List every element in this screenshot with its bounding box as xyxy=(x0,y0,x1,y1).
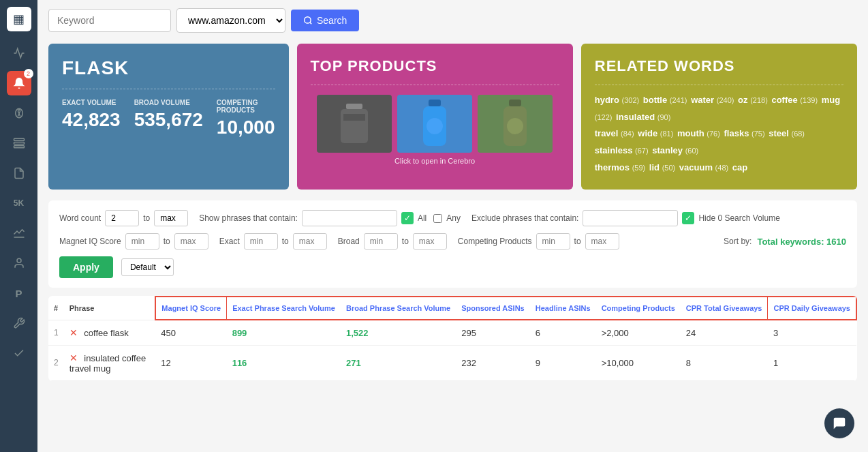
row1-exact: 899 xyxy=(227,320,341,345)
magnet-label: Magnet IQ Score xyxy=(59,237,121,246)
sidebar-item-p[interactable]: P xyxy=(7,281,31,305)
competing-stat: COMPETING PRODUCTS 10,000 xyxy=(217,99,275,138)
broad-min-input[interactable] xyxy=(364,233,398,250)
to-label-3: to xyxy=(282,237,289,246)
hide-zero-checkbox[interactable]: ✓ xyxy=(682,212,694,224)
table-row: 2 ✕ insulated coffee travel mug 12 116 2… xyxy=(48,345,856,380)
word-count-min-input[interactable] xyxy=(105,210,139,226)
products-card[interactable]: TOP PRODUCTS xyxy=(297,44,573,190)
sidebar-item-person[interactable] xyxy=(7,251,31,275)
row1-cpr-total: 24 xyxy=(681,320,768,345)
main-content: www.amazon.com Search FLASK EXACT VOLUME… xyxy=(37,0,868,452)
exclude-input[interactable] xyxy=(583,210,678,226)
related-word-water[interactable]: water (240) xyxy=(691,95,737,105)
sidebar-item-area-chart[interactable] xyxy=(7,221,31,245)
exclude-group: Exclude phrases that contain: ✓ Hide 0 S… xyxy=(471,210,780,226)
exact-range-group: Exact to xyxy=(219,233,327,250)
show-phrases-input[interactable] xyxy=(302,210,397,226)
magnet-min-input[interactable] xyxy=(125,233,159,250)
sidebar-logo[interactable]: ▦ xyxy=(7,7,31,31)
row2-cpr-total: 8 xyxy=(681,345,768,380)
related-word-thermos[interactable]: thermos (59) xyxy=(595,162,648,172)
to-label-1: to xyxy=(143,213,150,223)
competing-range-group: Competing Products to xyxy=(458,233,619,250)
sidebar-item-tool[interactable] xyxy=(7,311,31,335)
related-word-stanley[interactable]: stanley (60) xyxy=(652,145,698,155)
domain-select[interactable]: www.amazon.com xyxy=(176,8,285,33)
sidebar-item-doc[interactable] xyxy=(7,161,31,185)
sidebar-item-brain[interactable] xyxy=(7,101,31,125)
svg-rect-9 xyxy=(343,114,365,121)
show-phrases-label: Show phrases that contain: xyxy=(199,213,298,223)
row1-remove[interactable]: ✕ xyxy=(69,327,78,338)
related-word-lid[interactable]: lid (50) xyxy=(649,162,678,172)
table-container: # Phrase Magnet IQ Score Exact Phrase Se… xyxy=(48,296,857,381)
related-word-vacuum[interactable]: vacuum (48) xyxy=(679,162,731,172)
related-word-insulated[interactable]: insulated (90) xyxy=(616,112,670,122)
related-word-hydro[interactable]: hydro (302) xyxy=(595,95,642,105)
sidebar-item-5k[interactable]: 5K xyxy=(7,191,31,215)
related-word-travel[interactable]: travel (84) xyxy=(595,128,637,138)
related-word-steel[interactable]: steel (68) xyxy=(769,128,805,138)
row1-cpr-daily: 3 xyxy=(768,320,856,345)
related-word-wide[interactable]: wide (81) xyxy=(638,128,676,138)
related-word-coffee[interactable]: coffee (139) xyxy=(771,95,820,105)
related-word-stainless[interactable]: stainless (67) xyxy=(595,145,651,155)
related-word-bottle[interactable]: bottle (241) xyxy=(643,95,689,105)
magnet-max-input[interactable] xyxy=(174,233,208,250)
related-word-cap[interactable]: cap xyxy=(732,162,747,172)
exact-stat: EXACT VOLUME 42,823 xyxy=(62,99,121,138)
word-count-max-input[interactable] xyxy=(154,210,188,226)
col-headline: Headline ASINs xyxy=(530,297,596,320)
row1-headline: 6 xyxy=(530,320,596,345)
col-broad: Broad Phrase Search Volume xyxy=(341,297,456,320)
row1-broad: 1,522 xyxy=(341,320,456,345)
any-label: Any xyxy=(446,213,461,223)
any-checkbox[interactable] xyxy=(433,214,442,223)
svg-point-4 xyxy=(17,258,21,262)
product-image-2[interactable] xyxy=(397,95,472,153)
sidebar-item-check[interactable] xyxy=(7,341,31,365)
svg-rect-7 xyxy=(346,104,362,109)
competing-max-input[interactable] xyxy=(585,233,619,250)
related-words-list: hydro (302) bottle (241) water (240) oz … xyxy=(595,92,843,176)
svg-point-12 xyxy=(427,118,443,134)
related-word-mouth[interactable]: mouth (76) xyxy=(677,128,723,138)
col-cpr-total: CPR Total Giveaways xyxy=(681,297,768,320)
row2-exact: 116 xyxy=(227,345,341,380)
sort-select[interactable]: Default xyxy=(121,258,174,276)
exact-max-input[interactable] xyxy=(293,233,327,250)
to-label-4: to xyxy=(402,237,409,246)
sidebar-item-stack[interactable] xyxy=(7,131,31,155)
exact-min-input[interactable] xyxy=(244,233,278,250)
competing-min-input[interactable] xyxy=(536,233,570,250)
results-table: # Phrase Magnet IQ Score Exact Phrase Se… xyxy=(48,296,857,381)
word-count-label: Word count xyxy=(59,213,101,223)
sidebar-item-alert[interactable]: 2 xyxy=(7,71,31,95)
filter-section: Word count to Show phrases that contain:… xyxy=(48,200,857,288)
row1-phrase: ✕ coffee flask xyxy=(64,320,156,345)
exact-range-label: Exact xyxy=(219,237,240,246)
related-word-oz[interactable]: oz (218) xyxy=(738,95,770,105)
related-word-flasks[interactable]: flasks (75) xyxy=(724,128,768,138)
keyword-input[interactable] xyxy=(48,9,171,32)
products-title: TOP PRODUCTS xyxy=(311,57,559,75)
sidebar-item-chart[interactable] xyxy=(7,41,31,65)
svg-line-6 xyxy=(310,22,312,25)
chat-bubble[interactable] xyxy=(824,408,854,438)
apply-button[interactable]: Apply xyxy=(59,256,113,278)
flask-stats: EXACT VOLUME 42,823 BROAD VOLUME 535,672… xyxy=(62,99,275,138)
related-title: RELATED WORDS xyxy=(595,57,843,75)
product-image-3[interactable] xyxy=(478,95,553,153)
broad-max-input[interactable] xyxy=(413,233,447,250)
search-button[interactable]: Search xyxy=(291,10,359,31)
row2-remove[interactable]: ✕ xyxy=(69,352,78,363)
product-image-1[interactable] xyxy=(317,95,392,153)
table-row: 1 ✕ coffee flask 450 899 1,522 295 6 >2,… xyxy=(48,320,856,345)
broad-stat: BROAD VOLUME 535,672 xyxy=(134,99,203,138)
hide-zero-label: Hide 0 Search Volume xyxy=(698,213,779,223)
all-checkbox[interactable]: ✓ xyxy=(401,212,414,224)
magnet-group: Magnet IQ Score to xyxy=(59,233,208,250)
broad-range-group: Broad to xyxy=(338,233,447,250)
total-keywords-label: Total keywords: 1610 xyxy=(757,237,846,247)
